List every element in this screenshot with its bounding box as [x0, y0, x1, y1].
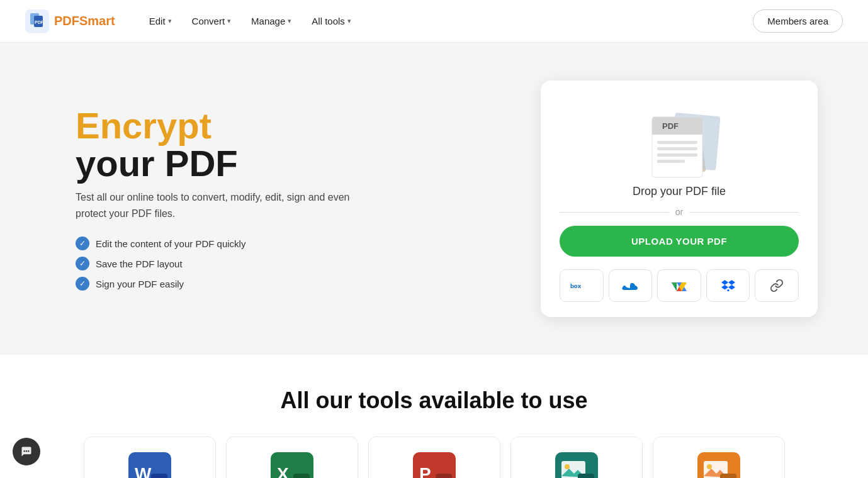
gdrive-upload-button[interactable]	[657, 269, 701, 302]
divider-line-right	[689, 212, 799, 213]
cloud-upload-icons: box	[560, 269, 799, 302]
svg-point-21	[727, 289, 729, 291]
check-icon-1: ✓	[76, 236, 89, 250]
svg-text:P: P	[419, 464, 431, 478]
svg-rect-39	[578, 474, 594, 478]
check-item-1: ✓ Edit the content of your PDF quickly	[76, 236, 365, 250]
svg-rect-33	[436, 474, 452, 478]
chevron-down-icon: ▾	[288, 17, 291, 25]
nav-item-convert[interactable]: Convert ▾	[183, 11, 240, 31]
check-icon-2: ✓	[76, 257, 89, 270]
tools-section: All our tools available to use W PDF Wor…	[0, 355, 868, 478]
png-to-pdf-icon: PDF	[697, 452, 740, 478]
excel-to-pdf-icon: X PDF	[271, 452, 313, 478]
svg-rect-13	[657, 153, 697, 157]
svg-text:W: W	[135, 464, 152, 478]
svg-point-49	[28, 450, 30, 452]
svg-rect-11	[657, 141, 697, 144]
tools-grid: W PDF Word to PDF X PDF Excel to PDF	[50, 436, 818, 478]
tools-section-title: All our tools available to use	[50, 387, 818, 414]
svg-rect-25	[151, 474, 167, 478]
drop-label: Drop your PDF file	[633, 185, 726, 198]
hero-title: Encrypt your PDF	[76, 107, 365, 184]
tool-card-ppt-to-pdf[interactable]: P PDF PowerPoint to PDF	[368, 436, 500, 478]
upload-pdf-button[interactable]: UPLOAD YOUR PDF	[560, 226, 799, 257]
svg-point-47	[23, 450, 25, 452]
logo[interactable]: PDF PDFSmart	[25, 9, 115, 33]
svg-point-37	[565, 464, 570, 469]
jpg-to-pdf-icon: PDF	[555, 452, 598, 478]
tool-card-jpg-to-pdf[interactable]: PDF JPG to PDF	[510, 436, 643, 478]
divider-or-text: or	[675, 207, 683, 217]
chevron-down-icon: ▾	[227, 17, 231, 25]
logo-icon: PDF	[25, 9, 49, 33]
navbar: PDF PDFSmart Edit ▾ Convert ▾ Manage ▾ A…	[0, 0, 868, 43]
pdf-illustration: PDF	[638, 103, 720, 185]
nav-links: Edit ▾ Convert ▾ Manage ▾ All tools ▾	[140, 11, 753, 31]
ppt-to-pdf-icon: P PDF	[413, 452, 456, 478]
tool-card-png-to-pdf[interactable]: PDF PNG to PDF	[653, 436, 785, 478]
chat-icon	[20, 445, 33, 458]
svg-rect-12	[657, 147, 697, 150]
divider-line-left	[560, 212, 669, 213]
hero-subtitle: Test all our online tools to convert, mo…	[76, 189, 365, 221]
link-upload-button[interactable]	[755, 269, 799, 302]
hero-checklist: ✓ Edit the content of your PDF quickly ✓…	[76, 236, 365, 291]
nav-item-all-tools[interactable]: All tools ▾	[303, 11, 360, 31]
logo-text: PDFSmart	[54, 14, 115, 28]
tool-card-excel-to-pdf[interactable]: X PDF Excel to PDF	[226, 436, 358, 478]
word-to-pdf-icon: W PDF	[128, 452, 171, 478]
svg-point-48	[26, 450, 28, 452]
svg-text:PDF: PDF	[35, 20, 44, 25]
svg-text:box: box	[570, 282, 582, 289]
svg-rect-14	[657, 160, 685, 163]
svg-text:PDF: PDF	[662, 121, 679, 131]
chevron-down-icon: ▾	[168, 17, 172, 25]
check-icon-3: ✓	[76, 277, 89, 291]
nav-item-edit[interactable]: Edit ▾	[140, 11, 181, 31]
svg-rect-45	[720, 474, 736, 478]
box-upload-button[interactable]: box	[560, 269, 604, 302]
hero-left: Encrypt your PDF Test all our online too…	[76, 107, 365, 291]
members-area-button[interactable]: Members area	[753, 9, 843, 33]
tool-card-word-to-pdf[interactable]: W PDF Word to PDF	[84, 436, 216, 478]
hero-section: Encrypt your PDF Test all our online too…	[0, 43, 868, 355]
svg-text:X: X	[277, 464, 289, 478]
check-item-2: ✓ Save the PDF layout	[76, 257, 365, 270]
svg-point-43	[707, 464, 712, 469]
onedrive-upload-button[interactable]	[609, 269, 653, 302]
svg-rect-29	[293, 474, 310, 478]
drop-card: PDF Drop your PDF file or UPLOAD YOUR PD…	[541, 81, 818, 317]
chevron-down-icon: ▾	[347, 17, 351, 25]
chat-bubble-button[interactable]	[13, 438, 40, 465]
divider: or	[560, 207, 799, 217]
nav-item-manage[interactable]: Manage ▾	[242, 11, 300, 31]
dropbox-upload-button[interactable]	[706, 269, 750, 302]
check-item-3: ✓ Sign your PDF easily	[76, 277, 365, 291]
